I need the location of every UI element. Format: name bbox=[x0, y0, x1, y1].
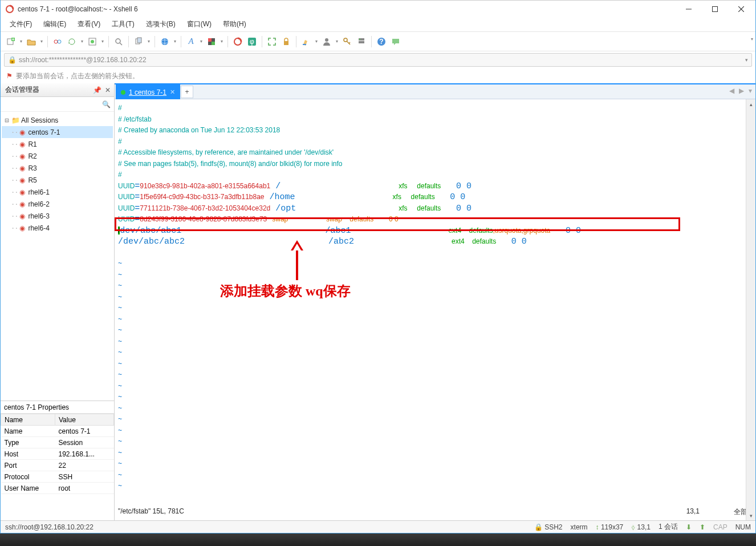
svg-rect-33 bbox=[359, 41, 364, 43]
new-session-icon[interactable] bbox=[4, 35, 18, 48]
search-icon[interactable]: 🔍 bbox=[102, 100, 111, 108]
session-item[interactable]: ··◉R3 bbox=[2, 162, 113, 174]
toolbar-overflow[interactable]: ▾ bbox=[751, 37, 753, 42]
session-item[interactable]: ··◉rhel6-4 bbox=[2, 222, 113, 234]
sync-up-icon[interactable]: ⬆ bbox=[700, 523, 705, 531]
session-item[interactable]: ··◉rhel6-1 bbox=[2, 186, 113, 198]
fullscreen-icon[interactable] bbox=[265, 35, 279, 48]
svg-point-12 bbox=[91, 40, 94, 43]
user-icon[interactable] bbox=[320, 35, 334, 48]
hint-row: ⚑ 要添加当前会话，点击左侧的箭头按钮。 bbox=[1, 68, 755, 83]
session-item[interactable]: ··◉R2 bbox=[2, 150, 113, 162]
highlight-dropdown[interactable]: ▾ bbox=[314, 39, 319, 44]
toolbar-separator bbox=[371, 36, 372, 47]
menu-help[interactable]: 帮助(H) bbox=[217, 17, 252, 31]
globe-dropdown[interactable]: ▾ bbox=[172, 39, 178, 44]
hint-text: 要添加当前会话，点击左侧的箭头按钮。 bbox=[16, 71, 139, 81]
properties-dropdown[interactable]: ▾ bbox=[100, 39, 105, 44]
font-icon[interactable]: A bbox=[184, 35, 198, 48]
sync-down-icon[interactable]: ⬇ bbox=[686, 523, 692, 531]
tab-label: 1 centos 7-1 bbox=[129, 88, 166, 96]
properties-icon[interactable] bbox=[86, 35, 99, 48]
color-dropdown[interactable]: ▾ bbox=[219, 39, 225, 44]
panel-close-icon[interactable]: ✕ bbox=[104, 86, 112, 94]
copy-icon[interactable] bbox=[132, 35, 145, 48]
tree-root[interactable]: ⊟📁All Sessions bbox=[2, 114, 113, 126]
color-icon[interactable] bbox=[205, 35, 218, 48]
new-session-dropdown[interactable]: ▾ bbox=[18, 39, 24, 44]
server-icon[interactable] bbox=[355, 35, 368, 48]
session-item[interactable]: ··◉rhel6-3 bbox=[2, 210, 113, 222]
prop-header-name[interactable]: Name bbox=[1, 414, 55, 426]
menu-tools[interactable]: 工具(T) bbox=[106, 17, 140, 31]
status-cap: CAP bbox=[713, 523, 727, 531]
scroll-down-icon[interactable]: ▾ bbox=[746, 511, 755, 520]
terminal-scrollbar[interactable]: ▴ ▾ bbox=[746, 99, 755, 520]
tab-add-button[interactable]: + bbox=[181, 86, 193, 98]
tab-next-icon[interactable]: ▶ bbox=[739, 87, 744, 95]
help-icon[interactable]: ? bbox=[375, 35, 388, 48]
terminal-column: 1 centos 7-1 ✕ + ◀ ▶ ▾ # # /etc/fstab # … bbox=[115, 83, 755, 520]
flag-icon: ⚑ bbox=[6, 72, 13, 80]
svg-point-28 bbox=[325, 38, 328, 42]
tab-list-icon[interactable]: ▾ bbox=[749, 87, 752, 95]
highlight-icon[interactable] bbox=[299, 35, 313, 48]
key-icon[interactable] bbox=[340, 35, 354, 48]
menu-window[interactable]: 窗口(W) bbox=[181, 17, 217, 31]
status-cursor: 13,1 bbox=[637, 523, 651, 531]
copy-dropdown[interactable]: ▾ bbox=[146, 39, 152, 44]
svg-rect-22 bbox=[212, 42, 215, 45]
reconnect-icon[interactable] bbox=[65, 35, 79, 48]
scroll-up-icon[interactable]: ▴ bbox=[746, 99, 755, 109]
session-item[interactable]: ··◉centos 7-1 bbox=[2, 126, 113, 138]
open-session-dropdown[interactable]: ▾ bbox=[39, 39, 44, 44]
svg-point-34 bbox=[359, 39, 360, 40]
session-item[interactable]: ··◉R5 bbox=[2, 174, 113, 186]
property-row: Namecentos 7-1 bbox=[1, 426, 114, 437]
minimize-button[interactable] bbox=[676, 1, 702, 17]
swirl-icon[interactable] bbox=[231, 35, 245, 48]
session-item[interactable]: ··◉rhel6-2 bbox=[2, 198, 113, 210]
tab-centos-7-1[interactable]: 1 centos 7-1 ✕ bbox=[116, 84, 180, 99]
pin-icon[interactable]: 📌 bbox=[92, 86, 103, 94]
disconnect-icon[interactable] bbox=[51, 35, 64, 48]
close-button[interactable] bbox=[728, 1, 754, 17]
status-ssh: SSH2 bbox=[544, 523, 562, 531]
status-emulation: xterm bbox=[571, 523, 588, 531]
chat-icon[interactable] bbox=[389, 35, 403, 48]
svg-rect-27 bbox=[303, 44, 306, 45]
user-dropdown[interactable]: ▾ bbox=[334, 39, 340, 44]
menu-tab[interactable]: 选项卡(B) bbox=[140, 17, 181, 31]
font-dropdown[interactable]: ▾ bbox=[198, 39, 204, 44]
os-taskbar bbox=[0, 533, 756, 546]
status-num: NUM bbox=[735, 523, 751, 531]
menu-bar: 文件(F) 编辑(E) 查看(V) 工具(T) 选项卡(B) 窗口(W) 帮助(… bbox=[1, 17, 755, 32]
vim-status-pos: 13,1 bbox=[686, 507, 700, 517]
svg-rect-16 bbox=[137, 38, 141, 43]
tab-prev-icon[interactable]: ◀ bbox=[729, 87, 734, 95]
address-bar[interactable]: 🔒 ssh://root:**************@192.168.10.2… bbox=[4, 53, 752, 67]
toolbar-separator bbox=[128, 36, 129, 47]
svg-rect-2 bbox=[713, 6, 718, 11]
reconnect-dropdown[interactable]: ▾ bbox=[79, 39, 85, 44]
session-tree[interactable]: ⊟📁All Sessions··◉centos 7-1··◉R1··◉R2··◉… bbox=[1, 112, 114, 401]
menu-view[interactable]: 查看(V) bbox=[72, 17, 106, 31]
status-sessions: 1 会话 bbox=[659, 522, 678, 532]
globe-icon[interactable] bbox=[158, 35, 172, 48]
terminal[interactable]: # # /etc/fstab # Created by anaconda on … bbox=[115, 99, 755, 520]
toolbar-separator bbox=[181, 36, 181, 47]
maximize-button[interactable] bbox=[702, 1, 728, 17]
address-dropdown-icon[interactable]: ▾ bbox=[745, 57, 748, 63]
prop-header-value[interactable]: Value bbox=[55, 414, 114, 426]
ftp-icon[interactable]: φ bbox=[245, 35, 259, 48]
svg-rect-26 bbox=[284, 41, 288, 45]
property-row: Host192.168.1... bbox=[1, 448, 114, 460]
menu-file[interactable]: 文件(F) bbox=[4, 17, 38, 31]
session-item[interactable]: ··◉R1 bbox=[2, 138, 113, 150]
search-icon[interactable] bbox=[112, 35, 125, 48]
lock-icon[interactable] bbox=[279, 35, 293, 48]
open-session-icon[interactable] bbox=[25, 35, 38, 48]
menu-edit[interactable]: 编辑(E) bbox=[38, 17, 72, 31]
tab-close-icon[interactable]: ✕ bbox=[170, 88, 175, 96]
address-text: ssh://root:**************@192.168.10.20:… bbox=[19, 56, 147, 64]
